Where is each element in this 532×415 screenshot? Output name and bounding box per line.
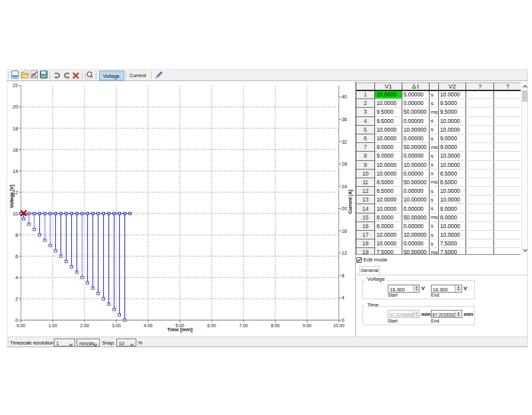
svg-text:Current [A]: Current [A]: [347, 190, 353, 214]
svg-text:10: 10: [13, 211, 18, 217]
svg-text:16: 16: [13, 147, 18, 153]
svg-text:0: 0: [15, 317, 18, 323]
svg-text:36: 36: [342, 116, 347, 122]
svg-text:0: 0: [342, 317, 344, 323]
svg-text:3.00: 3.00: [112, 323, 120, 328]
svg-text:8: 8: [15, 232, 18, 238]
svg-text:22: 22: [13, 82, 18, 88]
svg-text:18: 18: [13, 126, 18, 132]
svg-text:4: 4: [342, 295, 344, 301]
svg-text:28: 28: [342, 161, 347, 167]
svg-text:2: 2: [15, 296, 18, 302]
svg-text:40: 40: [342, 94, 347, 100]
svg-text:12: 12: [342, 250, 347, 256]
svg-text:Voltage [V]: Voltage [V]: [9, 185, 15, 208]
svg-text:32: 32: [342, 139, 347, 145]
svg-text:6: 6: [15, 253, 18, 259]
svg-text:7.00: 7.00: [239, 323, 247, 328]
svg-text:16: 16: [342, 228, 347, 234]
svg-text:8: 8: [342, 273, 344, 279]
svg-text:4: 4: [15, 275, 18, 281]
svg-text:0.00: 0.00: [17, 323, 25, 328]
svg-text:8.00: 8.00: [271, 323, 279, 328]
svg-text:24: 24: [342, 184, 347, 190]
svg-text:20: 20: [13, 104, 18, 110]
svg-text:6.00: 6.00: [207, 323, 216, 328]
svg-text:14: 14: [13, 168, 18, 174]
svg-text:2.00: 2.00: [80, 323, 88, 328]
svg-text:10.00: 10.00: [333, 323, 344, 328]
svg-text:9.00: 9.00: [303, 323, 311, 328]
svg-text:Time [min]: Time [min]: [167, 327, 193, 333]
svg-text:4.00: 4.00: [144, 323, 152, 328]
svg-text:20: 20: [342, 206, 347, 211]
svg-text:1.00: 1.00: [49, 323, 57, 328]
